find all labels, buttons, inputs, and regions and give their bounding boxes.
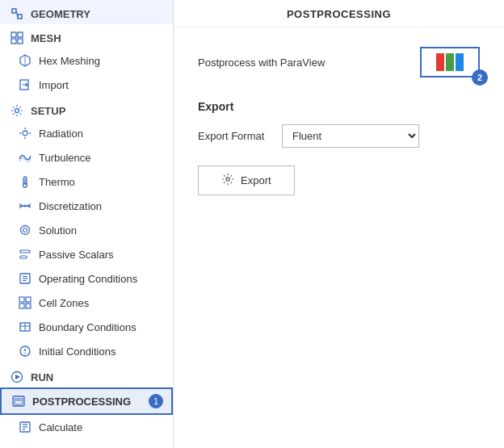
- postprocessing-icon: [11, 394, 26, 408]
- hex-icon: [18, 53, 32, 68]
- sidebar-item-initial-conditions[interactable]: Initial Conditions: [0, 339, 173, 363]
- pv-bar-red: [436, 53, 444, 71]
- operating-conditions-icon: [18, 271, 32, 286]
- svg-point-43: [24, 353, 26, 354]
- solution-icon: [18, 223, 32, 237]
- export-gear-icon: [221, 173, 234, 188]
- main-body: Postprocess with ParaView 2 Export Expor…: [174, 27, 504, 448]
- export-button[interactable]: Export: [198, 165, 295, 195]
- export-button-label: Export: [241, 174, 271, 186]
- sidebar: GEOMETRY MESH Hex Meshing: [0, 0, 174, 448]
- svg-rect-5: [11, 39, 16, 44]
- sidebar-item-discretization[interactable]: Discretization: [0, 194, 173, 218]
- svg-point-27: [23, 228, 27, 232]
- boundary-conditions-icon: [18, 320, 32, 334]
- radiation-icon: [18, 126, 32, 140]
- cell-zones-icon: [18, 295, 32, 310]
- export-section: Export Export Format Fluent OpenFOAM CSV…: [198, 100, 480, 195]
- svg-point-12: [23, 131, 27, 136]
- sidebar-item-solution[interactable]: Solution: [0, 218, 173, 242]
- sidebar-item-boundary-conditions[interactable]: Boundary Conditions: [0, 315, 173, 339]
- sidebar-item-mesh[interactable]: MESH: [0, 24, 173, 48]
- svg-point-23: [27, 205, 30, 207]
- export-format-label: Export Format: [198, 130, 271, 142]
- sidebar-item-cell-zones[interactable]: Cell Zones: [0, 291, 173, 315]
- sidebar-item-hex-meshing[interactable]: Hex Meshing: [0, 48, 173, 73]
- sidebar-item-passive-scalars[interactable]: Passive Scalars: [0, 242, 173, 266]
- svg-rect-34: [19, 297, 24, 302]
- svg-point-26: [21, 226, 30, 235]
- sidebar-item-radiation[interactable]: Radiation: [0, 121, 173, 145]
- sidebar-item-import[interactable]: Import: [0, 73, 173, 97]
- sidebar-item-initial-conditions-label: Initial Conditions: [39, 345, 116, 358]
- sidebar-item-calculate-label: Calculate: [39, 421, 82, 433]
- sidebar-item-radiation-label: Radiation: [39, 128, 83, 140]
- paraview-button[interactable]: [420, 47, 480, 77]
- paraview-row: Postprocess with ParaView 2: [198, 47, 480, 77]
- sidebar-item-postprocessing[interactable]: POSTPROCESSING 1: [0, 387, 173, 415]
- thermo-icon: [18, 174, 32, 189]
- sidebar-item-boundary-conditions-label: Boundary Conditions: [39, 321, 136, 333]
- sidebar-item-geometry-label: GEOMETRY: [31, 8, 90, 20]
- paraview-badge: 2: [472, 69, 488, 86]
- postprocessing-badge: 1: [149, 394, 163, 408]
- sidebar-item-setup[interactable]: SETUP: [0, 97, 173, 121]
- sidebar-item-setup-label: SETUP: [31, 105, 65, 117]
- export-format-select[interactable]: Fluent OpenFOAM CSV: [282, 124, 419, 148]
- pv-bar-blue: [456, 53, 464, 71]
- svg-rect-37: [26, 304, 31, 308]
- sidebar-item-postprocessing-label: POSTPROCESSING: [32, 396, 131, 408]
- svg-rect-28: [20, 250, 30, 253]
- page-title: POSTPROCESSING: [174, 0, 504, 27]
- sidebar-item-solution-label: Solution: [39, 224, 77, 237]
- svg-rect-1: [18, 15, 22, 19]
- pv-bar-green: [446, 53, 454, 71]
- svg-rect-6: [18, 39, 23, 44]
- svg-rect-0: [12, 9, 16, 13]
- setup-icon: [10, 103, 24, 118]
- svg-point-22: [24, 205, 27, 207]
- svg-rect-29: [20, 256, 27, 258]
- svg-marker-45: [15, 375, 20, 379]
- sidebar-item-thermo-label: Thermo: [39, 176, 75, 188]
- svg-point-11: [15, 109, 19, 113]
- passive-scalars-icon: [18, 247, 32, 262]
- sidebar-item-cell-zones-label: Cell Zones: [39, 297, 89, 309]
- sidebar-item-calculate[interactable]: Calculate: [0, 415, 173, 439]
- svg-rect-3: [11, 32, 16, 37]
- sidebar-item-run[interactable]: RUN: [0, 363, 173, 387]
- sidebar-item-turbulence-label: Turbulence: [39, 152, 91, 164]
- sidebar-item-operating-conditions[interactable]: Operating Conditions: [0, 266, 173, 291]
- svg-rect-36: [19, 304, 24, 308]
- svg-line-2: [16, 11, 18, 17]
- export-format-row: Export Format Fluent OpenFOAM CSV: [198, 124, 480, 148]
- sidebar-item-geometry[interactable]: GEOMETRY: [0, 0, 173, 24]
- sidebar-item-operating-conditions-label: Operating Conditions: [39, 273, 137, 285]
- sidebar-item-turbulence[interactable]: Turbulence: [0, 145, 173, 170]
- paraview-logo: [436, 53, 464, 71]
- initial-conditions-icon: [18, 344, 32, 358]
- geometry-icon: [10, 6, 24, 21]
- sidebar-item-mesh-label: MESH: [31, 32, 61, 44]
- calculate-icon: [18, 420, 32, 434]
- run-icon: [10, 370, 24, 384]
- svg-rect-48: [15, 400, 23, 404]
- export-title: Export: [198, 100, 480, 113]
- svg-point-53: [226, 178, 229, 181]
- turbulence-icon: [18, 150, 32, 165]
- sidebar-item-discretization-label: Discretization: [39, 200, 102, 212]
- sidebar-item-import-label: Import: [39, 79, 69, 91]
- sidebar-item-passive-scalars-label: Passive Scalars: [39, 249, 113, 261]
- svg-point-21: [21, 205, 23, 207]
- discretization-icon: [18, 199, 32, 213]
- main-content: POSTPROCESSING Postprocess with ParaView…: [174, 0, 504, 448]
- mesh-icon: [10, 31, 24, 45]
- sidebar-item-hex-meshing-label: Hex Meshing: [39, 55, 100, 67]
- import-icon: [18, 77, 32, 92]
- paraview-label: Postprocess with ParaView: [198, 57, 325, 69]
- sidebar-item-run-label: RUN: [31, 371, 53, 383]
- svg-rect-35: [26, 297, 31, 302]
- sidebar-item-thermo[interactable]: Thermo: [0, 170, 173, 194]
- svg-rect-4: [18, 32, 23, 37]
